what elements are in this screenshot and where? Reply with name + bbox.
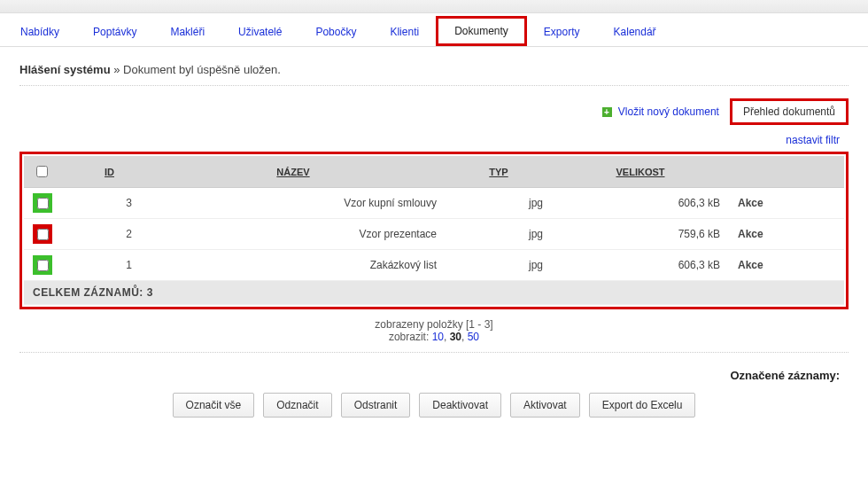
documents-table: ID NÁZEV TYP VELIKOST 3 Vzor kupní smlou… bbox=[24, 156, 844, 305]
row-checkbox[interactable] bbox=[37, 229, 49, 240]
top-actions: + Vložit nový dokument Přehled dokumentů bbox=[19, 86, 849, 129]
set-filter-link[interactable]: nastavit filtr bbox=[786, 134, 840, 146]
delete-button[interactable]: Odstranit bbox=[341, 393, 411, 418]
col-type[interactable]: TYP bbox=[446, 156, 552, 188]
row-status-green bbox=[33, 193, 52, 213]
main-nav: Nabídky Poptávky Makléři Uživatelé Poboč… bbox=[0, 13, 868, 47]
summary-label: CELKEM ZÁZNAMŮ: bbox=[33, 286, 147, 299]
cell-type: jpg bbox=[446, 219, 552, 250]
documents-overview-button[interactable]: Přehled dokumentů bbox=[730, 98, 849, 125]
cell-type: jpg bbox=[446, 250, 552, 281]
deselect-button[interactable]: Odznačit bbox=[263, 393, 331, 418]
row-checkbox[interactable] bbox=[37, 198, 49, 209]
nav-poptavky[interactable]: Poptávky bbox=[76, 16, 153, 46]
row-status-red bbox=[33, 224, 52, 244]
col-size[interactable]: VELIKOST bbox=[552, 156, 729, 188]
nav-exporty[interactable]: Exporty bbox=[527, 16, 597, 46]
system-message-title: Hlášení systému bbox=[19, 63, 111, 76]
divider bbox=[19, 352, 849, 353]
pager-opt-50[interactable]: 50 bbox=[468, 331, 479, 343]
marked-records-label: Označené záznamy: bbox=[19, 365, 849, 393]
pager-shown: zobrazeny položky [1 - 3] bbox=[19, 318, 849, 331]
nav-nabidky[interactable]: Nabídky bbox=[4, 16, 76, 46]
col-action bbox=[729, 156, 844, 188]
nav-pobocky[interactable]: Pobočky bbox=[298, 16, 373, 46]
system-message-sep: » bbox=[111, 63, 123, 76]
plus-icon: + bbox=[602, 107, 612, 117]
pager: zobrazeny položky [1 - 3] zobrazit: 10, … bbox=[19, 309, 849, 345]
table-header-row: ID NÁZEV TYP VELIKOST bbox=[24, 156, 844, 188]
col-name[interactable]: NÁZEV bbox=[141, 156, 446, 188]
table-row: 3 Vzor kupní smlouvy jpg 606,3 kB Akce bbox=[24, 188, 844, 219]
table-row: 1 Zakázkový list jpg 606,3 kB Akce bbox=[24, 250, 844, 281]
cell-id: 1 bbox=[61, 250, 141, 281]
cell-name: Vzor kupní smlouvy bbox=[141, 188, 446, 219]
cell-id: 3 bbox=[61, 188, 141, 219]
summary-row: CELKEM ZÁZNAMŮ: 3 bbox=[24, 281, 844, 305]
system-message-text: Dokument byl úspěšně uložen. bbox=[123, 63, 281, 76]
activate-button[interactable]: Aktivovat bbox=[510, 393, 580, 418]
cell-type: jpg bbox=[446, 188, 552, 219]
documents-grid-wrap: ID NÁZEV TYP VELIKOST 3 Vzor kupní smlou… bbox=[19, 152, 849, 309]
summary-count: 3 bbox=[147, 286, 153, 299]
row-action-link[interactable]: Akce bbox=[738, 228, 763, 240]
nav-makleri[interactable]: Makléři bbox=[153, 16, 221, 46]
col-checkbox bbox=[24, 156, 61, 188]
table-row: 2 Vzor prezentace jpg 759,6 kB Akce bbox=[24, 219, 844, 250]
nav-klienti[interactable]: Klienti bbox=[373, 16, 436, 46]
system-message: Hlášení systému » Dokument byl úspěšně u… bbox=[19, 59, 849, 86]
top-gradient-bar bbox=[0, 0, 868, 13]
pager-show-label: zobrazit: bbox=[389, 331, 432, 343]
select-all-button[interactable]: Označit vše bbox=[173, 393, 255, 418]
row-checkbox[interactable] bbox=[37, 260, 49, 271]
row-action-link[interactable]: Akce bbox=[738, 259, 763, 271]
cell-id: 2 bbox=[61, 219, 141, 250]
row-status-green bbox=[33, 255, 52, 275]
nav-dokumenty[interactable]: Dokumenty bbox=[436, 16, 527, 46]
col-id[interactable]: ID bbox=[61, 156, 141, 188]
cell-name: Zakázkový list bbox=[141, 250, 446, 281]
select-all-checkbox[interactable] bbox=[36, 166, 48, 177]
pager-opt-10[interactable]: 10 bbox=[432, 331, 444, 343]
deactivate-button[interactable]: Deaktivovat bbox=[419, 393, 501, 418]
row-action-link[interactable]: Akce bbox=[738, 197, 763, 209]
new-document-link[interactable]: + Vložit nový dokument bbox=[602, 105, 719, 118]
nav-kalendar[interactable]: Kalendář bbox=[597, 16, 673, 46]
page-content: Hlášení systému » Dokument byl úspěšně u… bbox=[0, 47, 868, 442]
cell-size: 759,6 kB bbox=[552, 219, 729, 250]
cell-size: 606,3 kB bbox=[552, 250, 729, 281]
cell-size: 606,3 kB bbox=[552, 188, 729, 219]
nav-uzivatele[interactable]: Uživatelé bbox=[221, 16, 298, 46]
pager-opt-30[interactable]: 30 bbox=[450, 331, 461, 343]
export-excel-button[interactable]: Export do Excelu bbox=[589, 393, 696, 418]
filter-row: nastavit filtr bbox=[19, 129, 849, 152]
cell-name: Vzor prezentace bbox=[141, 219, 446, 250]
new-document-label: Vložit nový dokument bbox=[618, 105, 719, 118]
bulk-actions-bar: Označit vše Odznačit Odstranit Deaktivov… bbox=[19, 393, 849, 430]
